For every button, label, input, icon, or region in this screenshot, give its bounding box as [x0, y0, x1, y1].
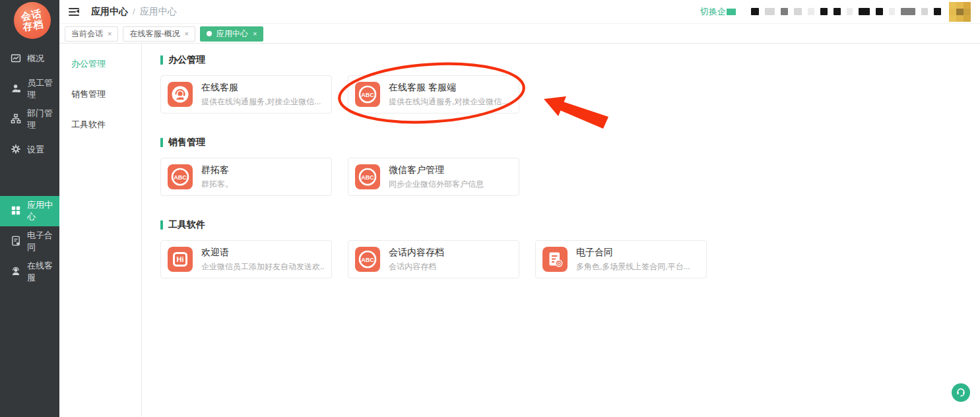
app-description: 同步企业微信外部客户信息: [389, 179, 484, 190]
app-description: 多角色,多场景线上签合同,平台...: [576, 261, 690, 273]
sidebar-item-employee[interactable]: 员工管理: [0, 74, 59, 104]
subnav-item-销售管理[interactable]: 销售管理: [59, 79, 141, 110]
app-description: 提供在线沟通服务,对接企业微信...: [201, 96, 321, 108]
section-accent-bar: [160, 138, 163, 147]
redaction-block: [833, 8, 841, 15]
redaction-block: [876, 8, 883, 15]
tab-close-icon[interactable]: ×: [108, 30, 112, 38]
sidebar-item-department[interactable]: 部门管理: [0, 104, 59, 135]
tab-close-icon[interactable]: ×: [184, 30, 188, 38]
card-row: ABC群拓客群拓客。ABC微信客户管理同步企业微信外部客户信息: [160, 158, 980, 196]
section-accent-bar: [160, 55, 163, 65]
sidebar-item-label: 员工管理: [27, 77, 59, 101]
redaction-block: [765, 8, 775, 15]
section-header: 办公管理: [160, 54, 980, 66]
app-description: 企业微信员工添加好友自动发送欢...: [201, 261, 325, 273]
employee-icon: [11, 83, 21, 96]
category-subnav: 办公管理销售管理工具软件: [59, 44, 142, 417]
app-card-text: 在线客服提供在线沟通服务,对接企业微信...: [201, 82, 321, 108]
abc-icon: ABC: [168, 164, 193, 189]
app-card-在线客服 客服端[interactable]: ABC在线客服 客服端提供在线沟通服务,对接企业微信...: [348, 75, 519, 113]
collapse-sidebar-icon[interactable]: [69, 8, 79, 16]
sidebar-item-label: 在线客服: [27, 260, 59, 284]
app-root: 会话 存档 概况员工管理部门管理设置应用中心电子合同在线客服 应用中心 / 应用…: [0, 0, 980, 417]
primary-sidebar: 会话 存档 概况员工管理部门管理设置应用中心电子合同在线客服: [0, 0, 59, 417]
tab-label: 应用中心: [216, 28, 248, 40]
tab-label: 在线客服-概况: [129, 28, 180, 40]
app-card-群拓客[interactable]: ABC群拓客群拓客。: [160, 158, 332, 196]
abc-icon: ABC: [355, 82, 380, 107]
tab-应用中心[interactable]: 应用中心×: [200, 26, 263, 42]
sidebar-item-contract[interactable]: 电子合同: [0, 226, 59, 257]
redaction-block: [901, 8, 915, 15]
brand-logo-text: 会话 存档: [20, 8, 44, 32]
redaction-block: [781, 8, 788, 15]
app-center-icon: [11, 205, 21, 218]
brand-logo: 会话 存档: [14, 2, 51, 39]
app-name: 在线客服: [201, 82, 321, 94]
svg-text:ABC: ABC: [174, 174, 187, 181]
sidebar-item-label: 应用中心: [27, 199, 59, 223]
breadcrumb-root[interactable]: 应用中心: [91, 6, 128, 18]
header-right: 切换企: [700, 2, 971, 22]
app-card-会话内容存档[interactable]: ABC会话内容存档会话内容存档: [348, 240, 519, 278]
redaction-block: [847, 8, 853, 15]
svg-text:ABC: ABC: [361, 174, 374, 181]
brand-logo-line2: 存档: [22, 18, 44, 32]
customer-service-fab[interactable]: [952, 383, 970, 402]
service-icon: [11, 266, 21, 278]
section-销售管理: 销售管理ABC群拓客群拓客。ABC微信客户管理同步企业微信外部客户信息: [160, 137, 980, 196]
top-header: 应用中心 / 应用中心 切换企: [59, 0, 980, 24]
app-card-欢迎语[interactable]: Hi欢迎语企业微信员工添加好友自动发送欢...: [160, 240, 332, 278]
contract-icon: [542, 247, 568, 272]
abc-icon: ABC: [355, 247, 380, 272]
redacted-company-name: [745, 8, 941, 15]
logo-area: 会话 存档: [0, 0, 59, 41]
card-row: 在线客服提供在线沟通服务,对接企业微信...ABC在线客服 客服端提供在线沟通服…: [160, 75, 980, 113]
section-title-label: 办公管理: [168, 54, 205, 66]
sidebar-item-label: 设置: [27, 144, 44, 156]
app-card-微信客户管理[interactable]: ABC微信客户管理同步企业微信外部客户信息: [348, 158, 519, 196]
sidebar-item-app-center[interactable]: 应用中心: [0, 196, 59, 226]
section-header: 销售管理: [160, 137, 980, 148]
abc-icon: ABC: [355, 164, 380, 189]
user-avatar[interactable]: [949, 2, 971, 22]
sidebar-nav: 概况员工管理部门管理设置应用中心电子合同在线客服: [0, 44, 59, 287]
section-title-label: 工具软件: [168, 219, 205, 231]
tab-当前会话[interactable]: 当前会话×: [65, 26, 118, 42]
tab-close-icon[interactable]: ×: [253, 30, 257, 38]
section-办公管理: 办公管理在线客服提供在线沟通服务,对接企业微信...ABC在线客服 客服端提供在…: [160, 54, 980, 113]
app-name: 会话内容存档: [389, 247, 444, 259]
tab-在线客服-概况[interactable]: 在线客服-概况×: [123, 26, 195, 42]
app-center-content: 办公管理在线客服提供在线沟通服务,对接企业微信...ABC在线客服 客服端提供在…: [142, 44, 980, 417]
subnav-item-工具软件[interactable]: 工具软件: [59, 110, 141, 140]
sidebar-item-label: 部门管理: [27, 108, 59, 131]
svg-text:Hi: Hi: [177, 255, 184, 263]
customer-service-icon: [168, 82, 193, 107]
app-name: 在线客服 客服端: [389, 82, 508, 94]
sidebar-item-service[interactable]: 在线客服: [0, 257, 59, 287]
redaction-block: [889, 8, 895, 15]
svg-text:ABC: ABC: [361, 92, 374, 98]
app-card-text: 欢迎语企业微信员工添加好友自动发送欢...: [201, 247, 325, 273]
app-description: 群拓客。: [201, 179, 233, 190]
breadcrumb-current: 应用中心: [140, 6, 177, 18]
subnav-item-办公管理[interactable]: 办公管理: [59, 49, 141, 79]
app-card-在线客服[interactable]: 在线客服提供在线沟通服务,对接企业微信...: [160, 75, 332, 113]
headset-icon: [956, 387, 966, 398]
switch-company-redaction: [727, 9, 736, 15]
switch-company-link[interactable]: 切换企: [700, 6, 736, 18]
app-card-text: 会话内容存档会话内容存档: [389, 247, 444, 273]
card-row: Hi欢迎语企业微信员工添加好友自动发送欢...ABC会话内容存档会话内容存档电子…: [160, 240, 980, 278]
app-name: 电子合同: [576, 247, 690, 259]
app-card-text: 群拓客群拓客。: [201, 164, 233, 190]
app-card-text: 在线客服 客服端提供在线沟通服务,对接企业微信...: [389, 82, 508, 108]
sidebar-item-overview[interactable]: 概况: [0, 44, 59, 74]
contract-icon: [11, 236, 21, 248]
sidebar-item-settings[interactable]: 设置: [0, 135, 59, 165]
app-description: 会话内容存档: [389, 261, 444, 273]
redaction-block: [808, 8, 814, 15]
app-card-text: 电子合同多角色,多场景线上签合同,平台...: [576, 247, 690, 273]
app-card-电子合同[interactable]: 电子合同多角色,多场景线上签合同,平台...: [535, 240, 707, 278]
section-header: 工具软件: [160, 219, 980, 231]
